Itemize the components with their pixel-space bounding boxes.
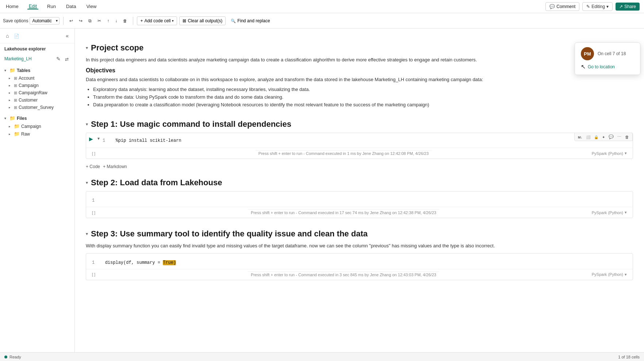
sidebar-title: Lakehouse explorer	[0, 43, 74, 53]
nav-view[interactable]: View	[85, 4, 98, 9]
step1-addcell-btn[interactable]	[585, 134, 591, 140]
move-up-button[interactable]	[105, 17, 111, 25]
notebook-area: PM On cell 7 of 18 ↖ Go to location ▾ Pr…	[75, 28, 644, 352]
step1-add-markdown-btn[interactable]: + Markdown	[103, 164, 127, 169]
move-down-button[interactable]	[113, 17, 119, 25]
files-label: Files	[17, 116, 27, 121]
separator-2	[133, 17, 133, 25]
redo-button[interactable]	[77, 17, 85, 25]
tables-label: Tables	[17, 68, 30, 73]
up-icon	[107, 18, 109, 23]
share-button[interactable]: Share	[616, 3, 640, 11]
comment-cell-icon: 💬	[609, 134, 614, 139]
step3-line-num: 1	[92, 260, 101, 265]
sidebar-collapse-button[interactable]	[64, 31, 70, 40]
sidebar-item-customer[interactable]: ▸ ⊞ Customer	[0, 96, 74, 104]
step3-lang[interactable]: PySpark (Python) ▾	[589, 271, 630, 278]
account-expand-icon: ▸	[9, 76, 12, 80]
sidebar-item-customer-survey[interactable]: ▸ ⊞ Customer_Survey	[0, 104, 74, 111]
sidebar-item-raw-file[interactable]: ▸ 📁 Raw	[0, 130, 74, 138]
step3-cell-inner: 1 display(df, summary = True)	[86, 254, 633, 269]
step1-code-line: 1 %pip install scikit-learn	[101, 136, 633, 145]
step1-header: ▾ Step 1: Use magic command to install d…	[86, 119, 633, 129]
find-replace-button[interactable]: Find and replace	[228, 17, 273, 25]
tables-expand-icon: ▾	[4, 69, 8, 72]
sidebar-file-icon[interactable]	[12, 31, 21, 40]
refresh-icon[interactable]	[64, 54, 70, 63]
raw-file-expand-icon: ▸	[9, 132, 12, 136]
sidebar-item-campaign[interactable]: ▸ ⊞ Campaign	[0, 82, 74, 89]
status-text: Ready	[9, 355, 21, 359]
step2-lang-label: PySpark (Python)	[592, 210, 623, 215]
step1-dots-btn[interactable]	[616, 134, 622, 140]
step2-bracket: [ ]	[89, 209, 98, 216]
save-dropdown-wrapper: Automatic Manual	[30, 17, 60, 24]
step1-md-btn[interactable]	[577, 134, 583, 140]
save-dropdown[interactable]: Automatic Manual	[30, 17, 60, 24]
step2-collapse[interactable]: ▾	[86, 180, 88, 185]
campaignraw-expand-icon: ▸	[9, 91, 12, 95]
goto-row: ↖ Go to location	[581, 63, 634, 70]
campaignraw-label: CampaignRaw	[19, 90, 47, 95]
cut-button[interactable]	[95, 17, 103, 25]
comment-button[interactable]: Comment	[545, 2, 579, 11]
copy-icon	[88, 18, 92, 23]
step3-collapse[interactable]: ▾	[86, 231, 88, 236]
customer-survey-table-icon: ⊞	[14, 105, 17, 110]
customer-survey-expand-icon: ▸	[9, 106, 12, 109]
step1-trash-btn[interactable]	[624, 134, 630, 140]
step2-code-line: 1	[91, 194, 633, 204]
files-header[interactable]: ▾ 📁 Files	[0, 114, 74, 122]
customer-label: Customer	[19, 98, 38, 103]
sidebar-item-campaign-file[interactable]: ▸ 📁 Campaign	[0, 122, 74, 130]
project-scope-collapse[interactable]: ▾	[86, 45, 88, 50]
clear-outputs-button[interactable]: ⊠ Clear all output(s)	[179, 16, 226, 25]
delete-button[interactable]	[121, 17, 129, 25]
step1-comment-btn[interactable]: 💬	[607, 134, 615, 140]
main-layout: ⌂ Lakehouse explorer Marketing_LH ✎ ▾ 📁 …	[0, 28, 644, 352]
sidebar-home-icon[interactable]: ⌂	[4, 31, 10, 40]
nav-data[interactable]: Data	[65, 4, 77, 9]
clear-outputs-label: Clear all output(s)	[188, 18, 222, 23]
sidebar-item-account[interactable]: ▸ ⊞ Account	[0, 75, 74, 82]
step1-lock-btn[interactable]	[593, 134, 599, 140]
nav-run[interactable]: Run	[46, 4, 57, 9]
step1-lang[interactable]: PySpark (Python) ▾	[589, 149, 630, 157]
step3-cell-footer: [ ] Press shift + enter to run - Command…	[86, 269, 633, 280]
magic-icon	[602, 135, 605, 139]
step1-run-button[interactable]	[86, 133, 96, 145]
edit-lakehouse-icon[interactable]: ✎	[55, 54, 62, 63]
step1-collapse[interactable]: ▾	[86, 122, 88, 127]
step3-code-cell: 1 display(df, summary = True) [ ] Press …	[86, 253, 633, 280]
nav-edit[interactable]: Edit	[27, 3, 38, 10]
step1-cell-collapse[interactable]: ▾	[96, 133, 101, 144]
sidebar-lake: Marketing_LH ✎	[0, 53, 74, 65]
step1-status: Press shift + enter to run - Command exe…	[256, 150, 432, 158]
goto-location-button[interactable]: Go to location	[588, 64, 615, 69]
customer-survey-label: Customer_Survey	[19, 105, 54, 110]
step2-lang[interactable]: PySpark (Python) ▾	[589, 209, 630, 216]
copy-button[interactable]	[86, 17, 94, 25]
delete-icon	[123, 18, 127, 23]
editing-button[interactable]: Editing	[582, 2, 613, 11]
redo-icon	[79, 18, 83, 23]
comment-icon	[549, 4, 555, 9]
step1-magic-btn[interactable]	[601, 134, 606, 140]
campaign-file-label: Campaign	[21, 124, 41, 129]
add-code-cell-button[interactable]: + Add code cell	[137, 16, 177, 25]
undo-button[interactable]	[67, 17, 75, 25]
customer-table-icon: ⊞	[14, 98, 17, 103]
step1-title: Step 1: Use magic command to install dep…	[91, 119, 291, 129]
account-table-icon: ⊞	[14, 76, 17, 81]
step1-add-code-btn[interactable]: + Code	[86, 164, 100, 169]
cursor-icon: ↖	[581, 63, 586, 70]
tables-header[interactable]: ▾ 📁 Tables	[0, 66, 74, 75]
step2-title: Step 2: Load data from Lakehouse	[91, 178, 222, 187]
step3-code-text: display(df, summary = True)	[105, 260, 176, 265]
lakehouse-name[interactable]: Marketing_LH	[4, 56, 32, 61]
trash-icon	[625, 135, 629, 139]
avatar-popup: PM On cell 7 of 18 ↖ Go to location	[575, 42, 640, 75]
nav-home[interactable]: Home	[4, 4, 20, 9]
sidebar-item-campaignraw[interactable]: ▸ ⊞ CampaignRaw	[0, 89, 74, 96]
campaignraw-table-icon: ⊞	[14, 91, 17, 95]
